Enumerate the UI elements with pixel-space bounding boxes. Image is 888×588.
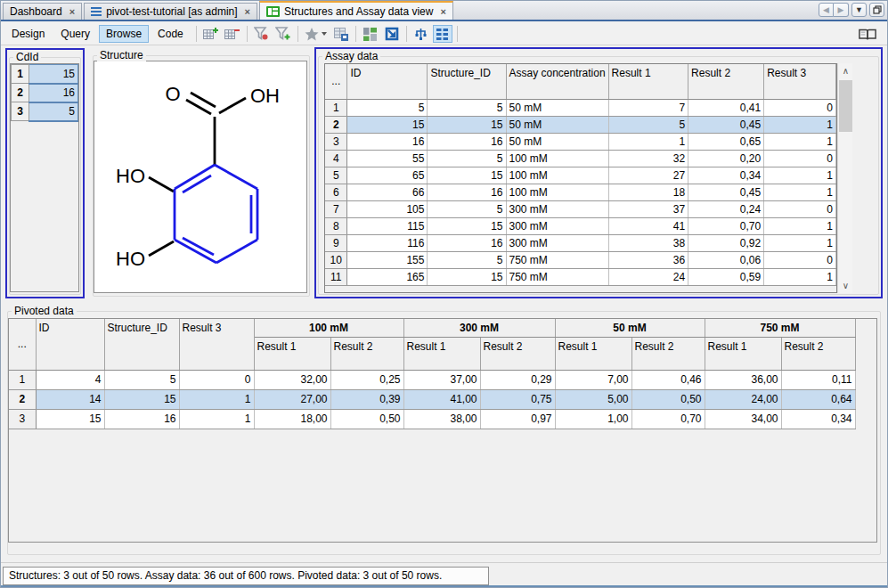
assay-column-header[interactable]: Result 3 <box>764 64 836 99</box>
pivot-cell[interactable]: 0,64 <box>781 389 855 409</box>
assay-cell[interactable]: 50 mM <box>506 99 608 116</box>
browse-mode-button[interactable]: Browse <box>99 25 149 43</box>
cdid-table-viewport[interactable]: 11521635 <box>10 63 79 292</box>
pivot-group-header[interactable]: 100 mM <box>254 319 403 337</box>
assay-cell[interactable]: 55 <box>347 150 428 167</box>
insert-row-icon[interactable] <box>201 25 221 43</box>
scrollbar-thumb[interactable] <box>839 80 852 132</box>
pivot-subcolumn-header[interactable]: Result 1 <box>403 337 480 370</box>
pivot-subcolumn-header[interactable]: Result 2 <box>480 337 555 370</box>
filter-remove-icon[interactable] <box>252 25 272 43</box>
assay-column-header[interactable]: Result 2 <box>688 64 764 99</box>
assay-cell[interactable]: 15 <box>428 217 506 234</box>
assay-table-viewport[interactable]: ...IDStructure_IDAssay concentrationResu… <box>324 63 837 293</box>
assay-cell[interactable]: 750 mM <box>506 251 608 268</box>
filter-add-icon[interactable] <box>273 25 293 43</box>
assay-cell[interactable]: 1 <box>764 116 836 133</box>
assay-cell[interactable]: 1 <box>764 133 836 150</box>
assay-cell[interactable]: 16 <box>428 234 506 251</box>
assay-vertical-scrollbar[interactable]: ∧ ∨ <box>837 63 852 293</box>
assay-cell[interactable]: 1 <box>608 133 688 150</box>
scroll-down-icon[interactable]: ∨ <box>838 278 853 293</box>
assay-cell[interactable]: 100 mM <box>506 167 608 184</box>
assay-cell[interactable]: 5 <box>428 200 506 217</box>
tab-dashboard[interactable]: Dashboard × <box>3 3 82 20</box>
assay-table-options-button[interactable]: ... <box>325 64 347 99</box>
assay-cell[interactable]: 15 <box>347 116 428 133</box>
assay-table-row[interactable]: 15550 mM70,410 <box>325 99 836 116</box>
pivot-cell[interactable]: 16 <box>104 409 179 429</box>
cdid-row[interactable]: 216 <box>12 84 78 102</box>
cdid-value-cell[interactable]: 15 <box>29 65 78 84</box>
assay-cell[interactable]: 15 <box>428 167 506 184</box>
assay-cell[interactable]: 66 <box>347 184 428 200</box>
cdid-value-cell[interactable]: 16 <box>29 84 78 102</box>
assay-table-row[interactable]: 56515100 mM270,341 <box>325 167 836 184</box>
pivot-cell[interactable]: 0,46 <box>631 370 705 389</box>
assay-cell[interactable]: 16 <box>347 133 428 150</box>
pivot-group-header[interactable]: 300 mM <box>403 319 555 337</box>
pivot-cell[interactable]: 32,00 <box>254 370 330 389</box>
assay-cell[interactable]: 0,41 <box>688 99 764 116</box>
grid-view-icon[interactable] <box>433 25 452 43</box>
assay-cell[interactable]: 165 <box>347 268 428 285</box>
assay-cell[interactable]: 1 <box>764 184 836 200</box>
assay-cell[interactable]: 7 <box>608 99 688 116</box>
cdid-row[interactable]: 115 <box>12 65 78 84</box>
assay-cell[interactable]: 100 mM <box>506 150 608 167</box>
pivot-tree-icon[interactable] <box>411 25 431 43</box>
assay-cell[interactable]: 5 <box>428 99 506 116</box>
assay-cell[interactable]: 15 <box>428 116 506 133</box>
assay-cell[interactable]: 115 <box>347 217 428 234</box>
pivot-subcolumn-header[interactable]: Result 2 <box>781 337 855 370</box>
assay-cell[interactable]: 1 <box>764 268 836 285</box>
tab-pivot-test-tutorial[interactable]: pivot-test-tutorial [as admin] × <box>84 3 257 20</box>
pivot-cell[interactable]: 0,97 <box>480 409 555 429</box>
pivot-column-header[interactable]: Result 3 <box>179 319 254 370</box>
assay-column-header[interactable]: Structure_ID <box>428 64 506 99</box>
assay-cell[interactable]: 5 <box>608 116 688 133</box>
assay-cell[interactable]: 0,06 <box>688 251 764 268</box>
pivot-cell[interactable]: 0,50 <box>631 389 705 409</box>
pivot-group-header[interactable]: 750 mM <box>705 319 855 337</box>
pivot-cell[interactable]: 34,00 <box>705 409 781 429</box>
pivot-cell[interactable]: 0 <box>179 370 254 389</box>
assay-cell[interactable]: 27 <box>608 167 688 184</box>
pivot-cell[interactable]: 18,00 <box>254 409 330 429</box>
pivot-cell[interactable]: 4 <box>36 370 104 389</box>
assay-table-row[interactable]: 71055300 mM370,240 <box>325 200 836 217</box>
assay-cell[interactable]: 300 mM <box>506 217 608 234</box>
pivot-cell[interactable]: 0,34 <box>781 409 855 429</box>
assay-cell[interactable]: 0 <box>764 251 836 268</box>
form-view-icon[interactable] <box>331 25 351 43</box>
pivot-subcolumn-header[interactable]: Result 1 <box>254 337 330 370</box>
pivot-column-header[interactable]: Structure_ID <box>104 319 179 370</box>
close-icon[interactable]: × <box>440 6 445 17</box>
assay-cell[interactable]: 155 <box>347 251 428 268</box>
pivot-table-options-button[interactable]: ... <box>9 319 36 370</box>
maximize-window-button[interactable] <box>869 3 884 17</box>
assay-column-header[interactable]: Result 1 <box>608 64 688 99</box>
assay-cell[interactable]: 0,24 <box>688 200 764 217</box>
assay-cell[interactable]: 50 mM <box>506 116 608 133</box>
assay-table-row[interactable]: 66616100 mM180,451 <box>325 184 836 200</box>
pivot-cell[interactable]: 0,75 <box>480 389 555 409</box>
pivot-cell[interactable]: 37,00 <box>403 370 480 389</box>
assay-cell[interactable]: 1 <box>764 234 836 251</box>
assay-cell[interactable]: 0,20 <box>688 150 764 167</box>
pivot-cell[interactable]: 38,00 <box>403 409 480 429</box>
assay-cell[interactable]: 0,70 <box>688 217 764 234</box>
assay-cell[interactable]: 18 <box>608 184 688 200</box>
assay-cell[interactable]: 105 <box>347 200 428 217</box>
cdid-value-cell[interactable]: 5 <box>29 102 78 121</box>
assay-cell[interactable]: 36 <box>608 251 688 268</box>
assay-cell[interactable]: 24 <box>608 268 688 285</box>
assay-cell[interactable]: 65 <box>347 167 428 184</box>
assay-cell[interactable]: 5 <box>347 99 428 116</box>
tab-structures-assay-view[interactable]: Structures and Assay data view × <box>259 1 453 20</box>
close-icon[interactable]: × <box>69 6 75 17</box>
pivot-cell[interactable]: 15 <box>104 389 179 409</box>
delete-row-icon[interactable] <box>223 25 242 43</box>
assay-cell[interactable]: 16 <box>428 133 506 150</box>
tab-list-dropdown-button[interactable]: ▼ <box>851 3 867 17</box>
